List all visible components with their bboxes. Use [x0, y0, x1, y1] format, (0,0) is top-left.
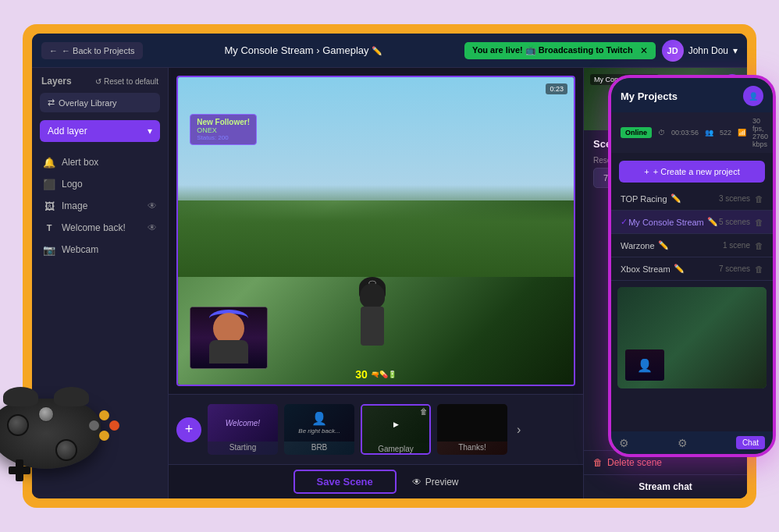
gamepad-bump-left: [3, 387, 38, 406]
eye-icon: 👁: [412, 477, 422, 488]
delete-project-icon-2[interactable]: 🗑: [755, 241, 763, 250]
add-layer-label: Add layer: [48, 126, 87, 137]
image-icon: 🖼: [43, 200, 55, 212]
mobile-project-name-2: Warzone ✏️: [621, 240, 669, 250]
mobile-bottom-bar: ⚙ ⚙ Chat: [611, 431, 773, 454]
center-area: New Follower! ONEX Status: 200 0:23: [169, 68, 583, 498]
fps-overlay: 0:23: [546, 83, 567, 94]
stream-chat-title: Stream chat: [638, 481, 692, 492]
visibility-icon[interactable]: 👁: [148, 200, 157, 211]
edit-project-icon[interactable]: ✏️: [671, 193, 681, 204]
mobile-project-name-0: TOP Racing ✏️: [621, 193, 681, 204]
save-scene-button[interactable]: Save Scene: [293, 470, 397, 494]
mobile-avatar: 👤: [743, 86, 763, 106]
layer-actions: 👁: [148, 200, 157, 211]
warrior-character: ☠: [345, 268, 400, 361]
mobile-project-item-0[interactable]: TOP Racing ✏️ 3 scenes 🗑: [611, 187, 773, 211]
scene-thumb-gameplay[interactable]: 🗑 ▶ Gameplay: [361, 404, 431, 455]
mobile-stream-preview: My Console Stream 👤: [617, 287, 767, 388]
project-title: My Console Stream › Gameplay ✏️: [152, 44, 456, 56]
avatar: JD: [662, 40, 684, 62]
scene-delete-icon[interactable]: 🗑: [420, 407, 428, 416]
gamepad-stick-right: [55, 439, 77, 461]
add-layer-button[interactable]: Add layer ▾: [40, 120, 160, 142]
project-scenes-2: 1 scene: [723, 241, 750, 250]
layer-item-logo[interactable]: ⬛ Logo: [32, 173, 168, 195]
reset-icon: ↺: [95, 77, 101, 86]
hud-label: 🔫💊🔋: [371, 371, 397, 378]
timeline-next-arrow-icon[interactable]: ›: [514, 420, 524, 440]
scene-thumb-thanks[interactable]: Thanks!: [437, 404, 507, 455]
project-scenes-1: 5 scenes: [719, 218, 750, 226]
online-badge: Online: [621, 127, 652, 138]
follower-name: ONEX: [197, 126, 250, 134]
layer-item-welcome[interactable]: T Welcome back! 👁: [32, 217, 168, 239]
timestamp: 0:23: [550, 85, 564, 93]
mobile-inner: My Projects 👤 Online ⏱ 00:03:56 👥 522 📶 …: [611, 78, 773, 454]
viewer-count: 522: [720, 129, 731, 137]
scene-name-gameplay: Gameplay: [362, 443, 429, 455]
viewers-icon: 👥: [705, 129, 713, 137]
edit-project-icon-3[interactable]: ✏️: [674, 264, 685, 274]
face-body: [209, 340, 248, 364]
mobile-webcam-thumb: 👤: [625, 349, 664, 381]
reset-to-default-button[interactable]: ↺ Reset to default: [95, 77, 158, 86]
face-head: [213, 313, 244, 344]
outer-frame: ← ← Back to Projects My Console Stream ›…: [23, 24, 756, 508]
layer-item-image[interactable]: 🖼 Image 👁: [32, 195, 168, 217]
create-btn-label: + Create a new project: [653, 167, 740, 176]
visibility-icon[interactable]: 👁: [148, 222, 157, 233]
gamepad-bump-right: [54, 387, 89, 406]
layer-item-webcam[interactable]: 📷 Webcam: [32, 239, 168, 261]
delete-project-icon-1[interactable]: 🗑: [755, 218, 763, 227]
scene-thumb-brb[interactable]: 👤 Be right back... BRB: [284, 404, 354, 455]
project-scenes-3: 7 scenes: [719, 264, 750, 273]
preview-button[interactable]: 👁 Preview: [412, 477, 459, 488]
sidebar-title: Layers: [41, 76, 72, 87]
scene-name-brb: BRB: [284, 442, 354, 453]
delete-project-icon-3[interactable]: 🗑: [755, 264, 763, 274]
mobile-project-meta-2: 1 scene 🗑: [723, 241, 763, 250]
mobile-project-meta-1: 5 scenes 🗑: [719, 218, 763, 227]
logo-icon: ⬛: [43, 178, 55, 190]
close-live-button[interactable]: ✕: [640, 45, 648, 56]
add-scene-button[interactable]: +: [176, 417, 201, 442]
mobile-project-name-3: Xbox Stream ✏️: [621, 264, 685, 274]
hud-bottom: 30 🔫💊🔋: [355, 368, 397, 381]
brb-icon: 👤: [311, 411, 327, 426]
mobile-header: My Projects 👤: [611, 78, 773, 112]
overlay-icon: ⇄: [48, 98, 55, 108]
preview-canvas: New Follower! ONEX Status: 200 0:23: [176, 76, 575, 386]
overlay-library-button[interactable]: ⇄ Overlay Library: [40, 93, 160, 112]
mobile-project-name-1: My Console Stream ✏️: [628, 217, 718, 227]
scene-thumb-starting[interactable]: Welcome! Starting: [208, 404, 278, 455]
fps-stats: 30 fps, 2760 kbps: [752, 117, 768, 148]
back-arrow-icon: ←: [49, 46, 58, 55]
edit-project-icon-2[interactable]: ✏️: [658, 240, 669, 250]
mobile-project-check: ✓: [621, 217, 628, 227]
edit-project-icon-1[interactable]: ✏️: [707, 217, 718, 227]
layer-label: Webcam: [62, 244, 98, 255]
mobile-project-item-1[interactable]: ✓ My Console Stream ✏️ 5 scenes 🗑: [611, 211, 773, 234]
mobile-project-item-2[interactable]: Warzone ✏️ 1 scene 🗑: [611, 234, 773, 257]
settings-gear-icon[interactable]: ⚙: [619, 437, 629, 449]
edit-scene-icon[interactable]: ✏️: [372, 46, 382, 55]
delete-project-icon-0[interactable]: 🗑: [755, 194, 763, 204]
game-trees: [178, 185, 574, 277]
mobile-settings-icon[interactable]: ⚙: [678, 437, 688, 449]
timeline: + Welcome! Starting 👤 Be right back... B…: [169, 394, 583, 464]
mobile-project-meta-3: 7 scenes 🗑: [719, 264, 763, 274]
follower-alert-title: New Follower!: [197, 118, 250, 126]
mobile-chat-button[interactable]: Chat: [736, 436, 765, 449]
layer-actions: 👁: [148, 222, 157, 233]
brb-text: Be right back...: [298, 427, 340, 434]
layer-item-alert-box[interactable]: 🔔 Alert box: [32, 151, 168, 173]
mobile-project-item-3[interactable]: Xbox Stream ✏️ 7 scenes 🗑: [611, 257, 773, 281]
warrior-body: [361, 307, 384, 346]
mobile-create-project-button[interactable]: + + Create a new project: [619, 161, 765, 183]
back-to-projects-button[interactable]: ← ← Back to Projects: [41, 42, 143, 59]
user-info: JD John Dou ▾: [662, 40, 738, 62]
wifi-icon: 📶: [738, 129, 746, 137]
stream-chat-header: Stream chat: [584, 474, 747, 498]
user-name: John Dou: [688, 45, 728, 56]
